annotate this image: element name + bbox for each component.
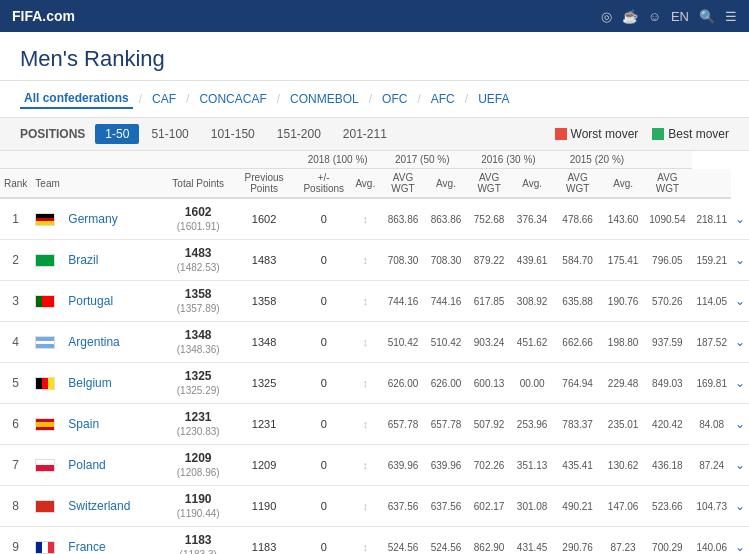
data-cell-2: 862.90 xyxy=(465,527,513,555)
data-cell-5: 235.01 xyxy=(604,404,643,445)
tab-conmebol[interactable]: CONMEBOL xyxy=(286,90,363,108)
pos-change-cell: 0 xyxy=(296,198,351,240)
chevron-down-icon[interactable]: ⌄ xyxy=(735,540,745,554)
search-icon[interactable]: 🔍 xyxy=(699,9,715,24)
pos-tab-51-100[interactable]: 51-100 xyxy=(141,124,198,144)
chevron-cell[interactable]: ⌄ xyxy=(731,240,749,281)
data-cell-4: 490.21 xyxy=(551,486,603,527)
data-cell-5: 229.48 xyxy=(604,363,643,404)
team-link[interactable]: Brazil xyxy=(68,253,98,267)
data-cell-6: 937.59 xyxy=(642,322,692,363)
chevron-cell[interactable]: ⌄ xyxy=(731,404,749,445)
prev-pts-cell: 1190 xyxy=(232,486,296,527)
data-cell-0: 626.00 xyxy=(379,363,427,404)
team-cell[interactable]: Poland xyxy=(64,445,164,486)
data-cell-6: 1090.54 xyxy=(642,198,692,240)
lang-label[interactable]: EN xyxy=(671,9,689,24)
team-link[interactable]: Argentina xyxy=(68,335,119,349)
team-cell[interactable]: Argentina xyxy=(64,322,164,363)
team-link[interactable]: Spain xyxy=(68,417,99,431)
data-cell-2: 602.17 xyxy=(465,486,513,527)
chevron-cell[interactable]: ⌄ xyxy=(731,363,749,404)
chevron-down-icon[interactable]: ⌄ xyxy=(735,499,745,513)
data-cell-4: 290.76 xyxy=(551,527,603,555)
total-pts-cell: 1602 (1601.91) xyxy=(164,198,232,240)
data-cell-2: 903.24 xyxy=(465,322,513,363)
data-cell-1: 637.56 xyxy=(427,486,466,527)
data-cell-6: 849.03 xyxy=(642,363,692,404)
data-cell-4: 635.88 xyxy=(551,281,603,322)
menu-icon[interactable]: ☰ xyxy=(725,9,737,24)
avg-wgt-2016-header: AVG WGT xyxy=(551,169,603,199)
chevron-down-icon[interactable]: ⌄ xyxy=(735,294,745,308)
arrow-icon: ↕ xyxy=(363,295,369,307)
data-cell-5: 143.60 xyxy=(604,198,643,240)
chevron-cell[interactable]: ⌄ xyxy=(731,527,749,555)
prev-pts-header: Previous Points xyxy=(232,169,296,199)
tab-caf[interactable]: CAF xyxy=(148,90,180,108)
cart-icon[interactable]: ☕ xyxy=(622,9,638,24)
table-row: 8Switzerland1190 (1190.44)11900↕637.5663… xyxy=(0,486,749,527)
avg-2018-header: Avg. xyxy=(351,169,379,199)
worst-mover-legend: Worst mover xyxy=(555,127,639,141)
data-cell-0: 744.16 xyxy=(379,281,427,322)
chevron-down-icon[interactable]: ⌄ xyxy=(735,335,745,349)
tab-afc[interactable]: AFC xyxy=(427,90,459,108)
chevron-cell[interactable]: ⌄ xyxy=(731,445,749,486)
data-cell-3: 301.08 xyxy=(513,486,552,527)
tab-ofc[interactable]: OFC xyxy=(378,90,411,108)
team-cell[interactable]: France xyxy=(64,527,164,555)
team-cell[interactable]: Spain xyxy=(64,404,164,445)
team-cell[interactable]: Brazil xyxy=(64,240,164,281)
avg-wgt-2018-header: AVG WGT xyxy=(379,169,427,199)
team-link[interactable]: Switzerland xyxy=(68,499,130,513)
chevron-cell[interactable]: ⌄ xyxy=(731,486,749,527)
team-cell[interactable]: Portugal xyxy=(64,281,164,322)
data-cell-6: 796.05 xyxy=(642,240,692,281)
data-cell-1: 744.16 xyxy=(427,281,466,322)
team-link[interactable]: France xyxy=(68,540,105,554)
chevron-down-icon[interactable]: ⌄ xyxy=(735,253,745,267)
tab-concacaf[interactable]: CONCACAF xyxy=(195,90,270,108)
team-link[interactable]: Poland xyxy=(68,458,105,472)
position-tabs: 1-50 51-100 101-150 151-200 201-211 xyxy=(95,124,397,144)
flag-ch xyxy=(35,500,55,513)
avg-2017-header: Avg. xyxy=(427,169,466,199)
avg-wgt-2015-header: AVG WGT xyxy=(642,169,692,199)
confederation-tabs: All confederations / CAF / CONCACAF / CO… xyxy=(0,81,749,118)
chevron-down-icon[interactable]: ⌄ xyxy=(735,417,745,431)
team-link[interactable]: Germany xyxy=(68,212,117,226)
user-icon[interactable]: ☺ xyxy=(648,9,661,24)
rank-col-header: Rank xyxy=(0,169,31,199)
pos-tab-201-211[interactable]: 201-211 xyxy=(333,124,397,144)
pos-change-header: +/-Positions xyxy=(296,169,351,199)
chevron-down-icon[interactable]: ⌄ xyxy=(735,212,745,226)
chevron-down-icon[interactable]: ⌄ xyxy=(735,458,745,472)
pos-tab-101-150[interactable]: 101-150 xyxy=(201,124,265,144)
pos-change-cell: 0 xyxy=(296,486,351,527)
chevron-cell[interactable]: ⌄ xyxy=(731,281,749,322)
sep-6: / xyxy=(465,92,468,106)
team-link[interactable]: Belgium xyxy=(68,376,111,390)
table-row: 9France1183 (1183.3)11830↕524.56524.5686… xyxy=(0,527,749,555)
team-link[interactable]: Portugal xyxy=(68,294,113,308)
rank-cell: 3 xyxy=(0,281,31,322)
chevron-down-icon[interactable]: ⌄ xyxy=(735,376,745,390)
pos-change-cell: 0 xyxy=(296,527,351,555)
tab-all-confederations[interactable]: All confederations xyxy=(20,89,133,109)
pos-tab-1-50[interactable]: 1-50 xyxy=(95,124,139,144)
table-row: 3Portugal1358 (1357.89)13580↕744.16744.1… xyxy=(0,281,749,322)
globe-icon[interactable]: ◎ xyxy=(601,9,612,24)
header: FIFA.com ◎ ☕ ☺ EN 🔍 ☰ xyxy=(0,0,749,32)
chevron-cell[interactable]: ⌄ xyxy=(731,322,749,363)
team-cell[interactable]: Germany xyxy=(64,198,164,240)
rankings-table-wrap: 2018 (100 %) 2017 (50 %) 2016 (30 %) 201… xyxy=(0,151,749,554)
chevron-cell[interactable]: ⌄ xyxy=(731,198,749,240)
flag-cell xyxy=(31,527,64,555)
tab-uefa[interactable]: UEFA xyxy=(474,90,513,108)
pos-tab-151-200[interactable]: 151-200 xyxy=(267,124,331,144)
team-cell[interactable]: Belgium xyxy=(64,363,164,404)
data-cell-2: 752.68 xyxy=(465,198,513,240)
team-cell[interactable]: Switzerland xyxy=(64,486,164,527)
arrow-cell: ↕ xyxy=(351,445,379,486)
